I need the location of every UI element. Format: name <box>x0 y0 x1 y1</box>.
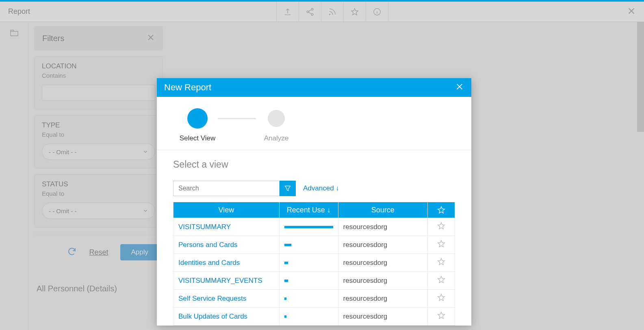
step-label: Analyze <box>264 134 288 142</box>
table-row: Persons and Cardsresourcesdorg <box>173 236 455 254</box>
section-title: Select a view <box>173 159 455 170</box>
favorite-toggle[interactable] <box>427 290 455 308</box>
view-link[interactable]: VISITSUMMARY <box>173 218 280 236</box>
step-connector <box>218 118 256 119</box>
table-row: Bulk Updates of Cardsresourcesdorg <box>173 308 455 326</box>
filter-icon[interactable] <box>280 181 296 196</box>
table-row: Identities and Cardsresourcesdorg <box>173 254 455 272</box>
usage-cell <box>279 236 338 254</box>
modal-close-icon[interactable] <box>455 82 464 93</box>
view-table: View Recent Use ↓ Source VISITSUMMARYres… <box>173 202 455 326</box>
view-link[interactable]: Persons and Cards <box>173 236 280 254</box>
usage-cell <box>279 218 338 236</box>
col-recent-use[interactable]: Recent Use ↓ <box>279 202 338 218</box>
favorite-toggle[interactable] <box>427 272 455 290</box>
step-analyze[interactable]: Analyze <box>256 108 297 142</box>
source-cell: resourcesdorg <box>338 308 427 326</box>
source-cell: resourcesdorg <box>338 218 427 236</box>
favorite-toggle[interactable] <box>427 254 455 272</box>
col-view[interactable]: View <box>173 202 280 218</box>
step-dot <box>187 108 208 129</box>
step-select-view[interactable]: Select View <box>177 108 218 142</box>
usage-cell <box>279 290 338 308</box>
col-source[interactable]: Source <box>338 202 427 218</box>
view-link[interactable]: Bulk Updates of Cards <box>173 308 280 326</box>
col-favorite[interactable] <box>427 202 455 218</box>
modal-header: New Report <box>157 78 471 97</box>
source-cell: resourcesdorg <box>338 290 427 308</box>
favorite-toggle[interactable] <box>427 236 455 254</box>
favorite-toggle[interactable] <box>427 308 455 326</box>
advanced-toggle[interactable]: Advanced ↓ <box>303 184 339 192</box>
usage-cell <box>279 254 338 272</box>
favorite-toggle[interactable] <box>427 218 455 236</box>
source-cell: resourcesdorg <box>338 236 427 254</box>
source-cell: resourcesdorg <box>338 272 427 290</box>
new-report-modal: New Report Select View Analyze Select a … <box>157 78 471 326</box>
usage-cell <box>279 272 338 290</box>
stepper: Select View Analyze <box>157 97 471 150</box>
table-row: VISITSUMMARYresourcesdorg <box>173 218 455 236</box>
step-label: Select View <box>180 134 216 142</box>
view-link[interactable]: Identities and Cards <box>173 254 280 272</box>
source-cell: resourcesdorg <box>338 254 427 272</box>
step-dot <box>268 110 285 127</box>
table-row: VISITSUMMARY_EVENTSresourcesdorg <box>173 272 455 290</box>
view-link[interactable]: VISITSUMMARY_EVENTS <box>173 272 280 290</box>
usage-cell <box>279 308 338 326</box>
view-link[interactable]: Self Service Requests <box>173 290 280 308</box>
search-input[interactable] <box>173 181 280 196</box>
table-row: Self Service Requestsresourcesdorg <box>173 290 455 308</box>
modal-title: New Report <box>164 82 211 93</box>
